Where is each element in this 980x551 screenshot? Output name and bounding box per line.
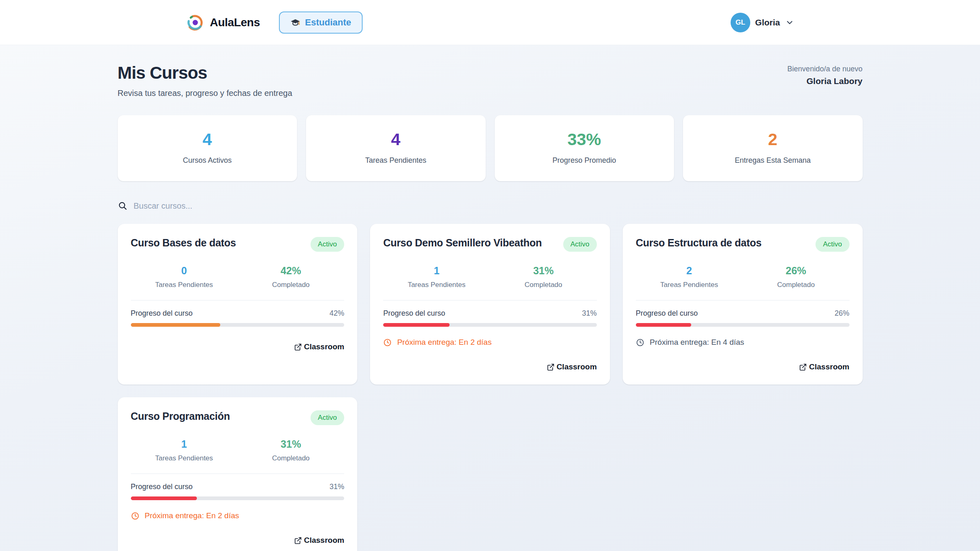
course-card: Curso Estructura de datos Activo 2 Tarea… — [623, 224, 863, 385]
graduation-cap-icon — [290, 18, 300, 27]
progress-label: Progreso del curso — [131, 483, 193, 491]
stat-value: 4 — [122, 130, 293, 149]
aulalens-logo-icon — [186, 14, 204, 32]
completed-label: Completado — [490, 281, 597, 289]
welcome-user-name: Gloria Labory — [787, 76, 862, 86]
status-badge: Activo — [311, 237, 344, 252]
stat-label: Entregas Esta Semana — [687, 156, 859, 165]
classroom-label: Classroom — [557, 362, 597, 371]
search-icon — [118, 201, 128, 211]
clock-icon — [131, 512, 139, 520]
classroom-link[interactable]: Classroom — [294, 536, 344, 545]
completed-label: Completado — [238, 454, 344, 462]
status-badge: Activo — [311, 410, 344, 425]
course-card: Curso Programación Activo 1 Tareas Pendi… — [118, 397, 358, 551]
search-input[interactable] — [134, 201, 380, 211]
course-title: Curso Bases de datos — [131, 237, 236, 249]
user-menu[interactable]: GL Gloria — [731, 13, 794, 32]
course-card: Curso Bases de datos Activo 0 Tareas Pen… — [118, 224, 358, 385]
progress-bar — [131, 323, 345, 327]
progress-label: Progreso del curso — [636, 309, 698, 318]
avatar: GL — [731, 13, 750, 32]
classroom-label: Classroom — [304, 536, 344, 545]
progress-percent: 26% — [834, 309, 849, 318]
completed-percent: 31% — [490, 265, 597, 277]
divider — [131, 300, 345, 301]
progress-percent: 31% — [329, 483, 344, 491]
next-due-text: Próxima entrega: En 2 días — [397, 338, 491, 347]
progress-label: Progreso del curso — [131, 309, 193, 318]
stat-card: 4 Cursos Activos — [118, 115, 297, 181]
stat-card: 33% Progreso Promedio — [495, 115, 674, 181]
main-content: Mis Cursos Revisa tus tareas, progreso y… — [117, 63, 863, 551]
completed-percent: 31% — [238, 438, 344, 450]
external-link-icon — [294, 343, 302, 351]
progress-bar — [131, 496, 345, 500]
course-title: Curso Estructura de datos — [636, 237, 761, 249]
course-card: Curso Demo Semillero Vibeathon Activo 1 … — [370, 224, 610, 385]
status-badge: Activo — [816, 237, 849, 252]
page-subtitle: Revisa tus tareas, progreso y fechas de … — [118, 89, 292, 98]
stat-label: Progreso Promedio — [499, 156, 670, 165]
progress-bar-fill — [636, 323, 691, 327]
pending-count: 2 — [636, 265, 742, 277]
classroom-label: Classroom — [304, 342, 344, 351]
progress-percent: 42% — [329, 309, 344, 318]
classroom-label: Classroom — [809, 362, 849, 371]
courses-grid: Curso Bases de datos Activo 0 Tareas Pen… — [118, 224, 863, 551]
progress-bar-fill — [131, 496, 197, 500]
progress-percent: 31% — [582, 309, 597, 318]
next-due-text: Próxima entrega: En 4 días — [650, 338, 744, 347]
welcome-label: Bienvenido/a de nuevo — [787, 65, 862, 73]
progress-bar-fill — [131, 323, 221, 327]
next-due: Próxima entrega: En 4 días — [636, 338, 850, 347]
completed-percent: 42% — [238, 265, 344, 277]
external-link-icon — [799, 363, 807, 371]
course-title: Curso Programación — [131, 410, 230, 422]
clock-icon — [636, 338, 644, 347]
stat-card: 4 Tareas Pendientes — [306, 115, 486, 181]
next-due: Próxima entrega: En 2 días — [131, 511, 345, 520]
course-title: Curso Demo Semillero Vibeathon — [383, 237, 541, 249]
pending-label: Tareas Pendientes — [383, 281, 490, 289]
stat-label: Tareas Pendientes — [310, 156, 482, 165]
pending-label: Tareas Pendientes — [636, 281, 742, 289]
progress-label: Progreso del curso — [383, 309, 445, 318]
next-due-text: Próxima entrega: En 2 días — [145, 511, 239, 520]
completed-label: Completado — [742, 281, 849, 289]
external-link-icon — [547, 363, 555, 371]
external-link-icon — [294, 537, 302, 544]
page-title: Mis Cursos — [118, 63, 292, 83]
top-header: AulaLens Estudiante GL Gloria — [0, 0, 980, 45]
progress-bar-fill — [383, 323, 449, 327]
status-badge: Activo — [563, 237, 597, 252]
classroom-link[interactable]: Classroom — [547, 362, 597, 371]
divider — [383, 300, 597, 301]
user-name: Gloria — [755, 18, 780, 27]
stat-card: 2 Entregas Esta Semana — [683, 115, 863, 181]
divider — [636, 300, 850, 301]
clock-icon — [383, 338, 392, 347]
completed-percent: 26% — [742, 265, 849, 277]
stats-summary: 4 Cursos Activos 4 Tareas Pendientes 33%… — [118, 115, 863, 181]
brand-name: AulaLens — [210, 16, 260, 29]
role-selector-button[interactable]: Estudiante — [279, 11, 363, 34]
pending-label: Tareas Pendientes — [131, 454, 238, 462]
classroom-link[interactable]: Classroom — [294, 342, 344, 351]
stat-value: 2 — [687, 130, 859, 149]
next-due: Próxima entrega: En 2 días — [383, 338, 597, 347]
pending-count: 1 — [383, 265, 490, 277]
stat-value: 4 — [310, 130, 482, 149]
chevron-down-icon — [785, 18, 794, 27]
brand-logo[interactable]: AulaLens — [186, 14, 260, 32]
classroom-link[interactable]: Classroom — [799, 362, 849, 371]
progress-bar — [383, 323, 597, 327]
role-selector-label: Estudiante — [305, 17, 351, 28]
divider — [131, 474, 345, 474]
pending-label: Tareas Pendientes — [131, 281, 238, 289]
stat-label: Cursos Activos — [122, 156, 293, 165]
completed-label: Completado — [238, 281, 344, 289]
pending-count: 0 — [131, 265, 238, 277]
progress-bar — [636, 323, 850, 327]
stat-value: 33% — [499, 130, 670, 149]
